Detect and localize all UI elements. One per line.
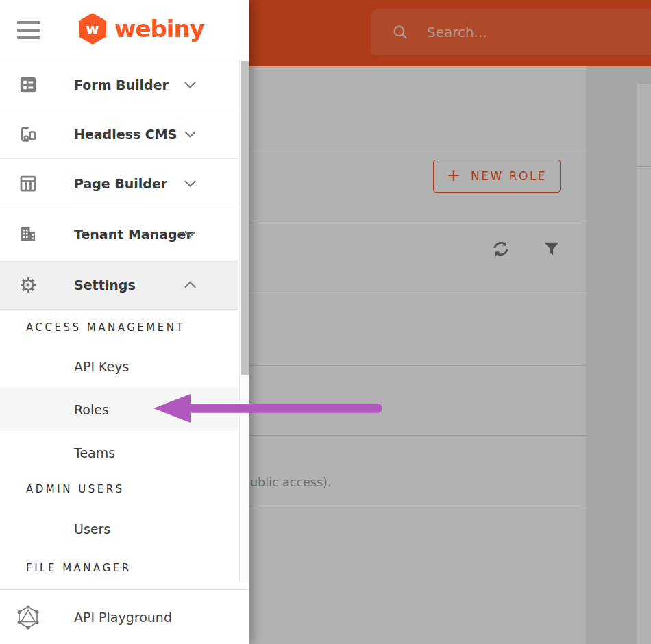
chevron-down-icon xyxy=(184,82,196,88)
drawer-scrollbar-track[interactable] xyxy=(239,60,249,583)
chevron-down-icon xyxy=(184,231,196,238)
settings-gear-icon xyxy=(18,275,40,295)
sidebar-item-page-builder[interactable]: Page Builder xyxy=(0,159,238,208)
drawer-header: w webiny xyxy=(0,0,249,60)
navigation-drawer: w webiny Form Builder xyxy=(0,0,249,644)
chevron-down-icon xyxy=(184,180,196,187)
section-header-admin-users: ADMIN USERS xyxy=(0,473,238,505)
graphql-icon xyxy=(16,605,40,630)
chevron-down-icon xyxy=(184,131,196,138)
svg-text:w: w xyxy=(86,21,99,38)
sidebar-item-api-keys[interactable]: API Keys xyxy=(0,345,238,388)
form-builder-icon xyxy=(18,75,40,95)
sidebar-item-api-playground[interactable]: API Playground xyxy=(0,590,249,644)
webiny-hexagon-icon: w xyxy=(77,12,108,45)
section-header-file-manager: FILE MANAGER xyxy=(0,553,238,583)
sidebar-item-tenant-manager[interactable]: Tenant Manager xyxy=(0,208,238,260)
tenant-manager-icon xyxy=(18,224,40,245)
sidebar-item-teams[interactable]: Teams xyxy=(0,431,238,474)
drawer-scrollbar-thumb[interactable] xyxy=(241,61,249,375)
sidebar-item-form-builder[interactable]: Form Builder xyxy=(0,60,238,110)
section-header-access-management: ACCESS MANAGEMENT xyxy=(0,310,238,345)
sidebar-item-settings[interactable]: Settings xyxy=(0,260,238,310)
headless-cms-icon xyxy=(18,124,40,145)
drawer-bottom-section: API Playground xyxy=(0,589,249,644)
sidebar-item-roles[interactable]: Roles xyxy=(0,388,238,431)
webiny-admin-window: + NEW ROLE ublic access). xyxy=(0,0,651,644)
page-builder-icon xyxy=(18,173,40,194)
brand-wordmark: webiny xyxy=(114,15,204,42)
sidebar-item-users[interactable]: Users xyxy=(0,505,238,553)
sidebar-item-headless-cms[interactable]: Headless CMS xyxy=(0,110,238,159)
hamburger-menu-icon[interactable] xyxy=(17,21,40,39)
webiny-logo[interactable]: w webiny xyxy=(77,12,204,45)
chevron-up-icon xyxy=(184,282,196,288)
